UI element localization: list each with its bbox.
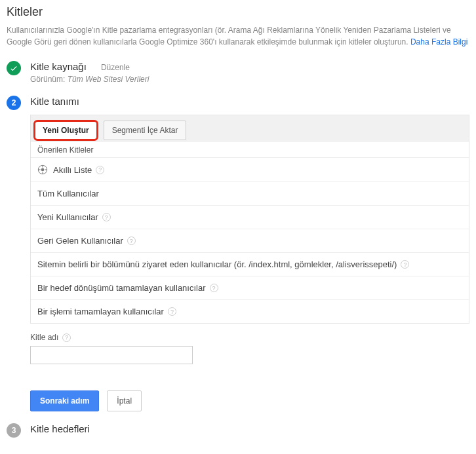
- recommended-label: Önerilen Kitleler: [31, 142, 469, 157]
- audience-name-label: Kitle adı ?: [30, 333, 469, 342]
- list-item-goal-conversion[interactable]: Bir hedef dönüşümü tamamlayan kullanıcıl…: [31, 276, 469, 299]
- list-item-returning-users[interactable]: Geri Gelen Kullanıcılar ?: [31, 229, 469, 252]
- step-audience-targets: 3 Kitle hedefleri: [7, 423, 469, 434]
- learn-more-link[interactable]: Daha Fazla Bilgi: [410, 37, 467, 47]
- list-item-label: Akıllı Liste: [53, 165, 92, 175]
- list-item-visited-section[interactable]: Sitemin belirli bir bölümünü ziyaret ede…: [31, 252, 469, 276]
- next-step-button[interactable]: Sonraki adım: [30, 390, 99, 411]
- description-text: Kullanıcılarınızla Google'ın Kitle pazar…: [7, 26, 451, 47]
- list-item-label: Bir işlemi tamamlayan kullanıcılar: [37, 307, 164, 316]
- audience-name-label-text: Kitle adı: [30, 333, 58, 342]
- help-icon[interactable]: ?: [127, 236, 136, 245]
- help-icon[interactable]: ?: [62, 333, 71, 342]
- list-item-all-users[interactable]: Tüm Kullanıcılar: [31, 181, 469, 205]
- audience-name-input[interactable]: [30, 346, 193, 364]
- edit-link[interactable]: Düzenle: [101, 63, 130, 72]
- step3-title: Kitle hedefleri: [30, 423, 90, 434]
- cancel-button[interactable]: İptal: [107, 390, 142, 411]
- step1-sub-label: Görünüm:: [30, 75, 65, 84]
- step1-sub-value: Tüm Web Sitesi Verileri: [68, 75, 149, 84]
- check-icon: [7, 61, 21, 75]
- step-audience-source: Kitle kaynağı Düzenle Görünüm: Tüm Web S…: [7, 61, 469, 84]
- help-icon[interactable]: ?: [168, 307, 176, 316]
- list-item-label: Sitemin belirli bir bölümünü ziyaret ede…: [37, 259, 397, 269]
- step-audience-definition: 2 Kitle tanımı Yeni Oluştur Segmenti İçe…: [7, 96, 469, 411]
- definition-panel: Yeni Oluştur Segmenti İçe Aktar Önerilen…: [30, 115, 469, 324]
- list-item-label: Tüm Kullanıcılar: [37, 189, 99, 199]
- list-item-label: Bir hedef dönüşümü tamamlayan kullanıcıl…: [37, 283, 206, 293]
- help-icon[interactable]: ?: [96, 166, 104, 174]
- page-description: Kullanıcılarınızla Google'ın Kitle pazar…: [7, 24, 469, 48]
- list-item-new-users[interactable]: Yeni Kullanıcılar ?: [31, 205, 469, 229]
- page-title: Kitleler: [7, 5, 469, 19]
- tab-bar: Yeni Oluştur Segmenti İçe Aktar: [31, 115, 469, 142]
- list-item-label: Geri Gelen Kullanıcılar: [37, 236, 123, 246]
- help-icon[interactable]: ?: [102, 213, 111, 221]
- tab-import-segment[interactable]: Segmenti İçe Aktar: [104, 121, 187, 140]
- step2-title: Kitle tanımı: [30, 96, 79, 107]
- help-icon[interactable]: ?: [401, 260, 409, 269]
- tab-create-new[interactable]: Yeni Oluştur: [33, 120, 98, 141]
- help-icon[interactable]: ?: [210, 284, 218, 292]
- step2-badge: 2: [7, 96, 21, 110]
- smart-list-icon: [37, 164, 48, 175]
- svg-point-1: [41, 168, 45, 172]
- step3-badge: 3: [7, 423, 21, 438]
- step1-title: Kitle kaynağı: [30, 61, 87, 72]
- list-item-transaction[interactable]: Bir işlemi tamamlayan kullanıcılar ?: [31, 299, 469, 323]
- list-item-smart-list[interactable]: Akıllı Liste ?: [31, 157, 469, 181]
- list-item-label: Yeni Kullanıcılar: [37, 212, 98, 222]
- step1-subtitle: Görünüm: Tüm Web Sitesi Verileri: [30, 75, 469, 84]
